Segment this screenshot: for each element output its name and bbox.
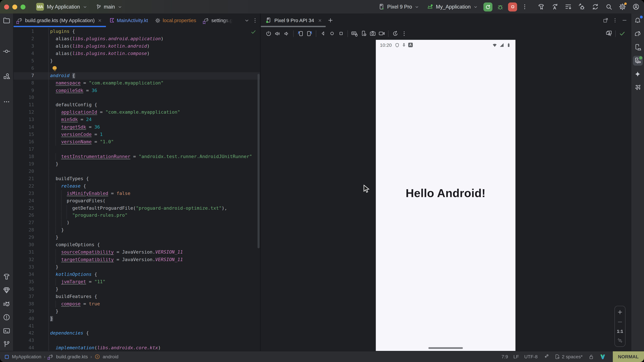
running-devices-button[interactable] [633,56,643,65]
problems-tool-window-button[interactable] [2,312,12,322]
code-line[interactable]: 17 [14,146,260,153]
code-line[interactable]: 44 implementation(libs.androidx.core.ktx… [14,345,260,351]
emulator-volume-up-button[interactable] [273,29,282,38]
gemini-sparkle-icon[interactable] [633,69,643,79]
zoom-out-icon[interactable] [617,319,623,325]
debug-app-button[interactable] [495,2,505,12]
gradle-tool-window-button[interactable] [633,29,643,39]
editor-scrollbar[interactable] [258,74,260,248]
code-line[interactable]: 21 buildTypes { [14,175,260,183]
tab-settings-gradle[interactable]: settings.g [200,13,233,27]
code-line[interactable]: 20 [14,168,260,175]
tab-build-gradle[interactable]: build.gradle.kts (My Application) [14,13,106,27]
intention-bulb-icon[interactable] [52,66,56,70]
code-line[interactable]: 24 proguardFiles( [14,197,260,205]
emulator-screen-record-button[interactable] [377,29,386,38]
emulator-device-tab[interactable]: Pixel 9 Pro API 34 [261,13,326,27]
zoom-actual-size-button[interactable]: 1:1 [617,329,623,334]
code-line[interactable]: 34 kotlinOptions { [14,271,260,278]
code-line[interactable]: 6 [14,65,260,72]
code-line[interactable]: 8 namespace = "com.example.myapplication… [14,79,260,87]
zoom-fit-icon[interactable] [617,337,623,344]
emulator-home-button[interactable] [327,29,336,38]
breadcrumb-block[interactable]: android [103,354,118,359]
code-line[interactable]: 39 } [14,308,260,315]
encoding-widget[interactable]: UTF-8 [524,354,538,359]
code-line[interactable]: 28 } [14,227,260,234]
emulator-volume-down-button[interactable] [282,29,291,38]
apply-changes-button[interactable] [550,2,560,12]
more-tool-windows-button[interactable] [2,97,12,107]
code-line[interactable]: 9 compileSdk = 36 [14,87,260,94]
code-line[interactable]: 7android { [14,72,260,79]
code-line[interactable]: 12 applicationId = "com.example.myapplic… [14,109,260,116]
minimize-window-button[interactable] [12,4,17,9]
code-line[interactable]: 27 ) [14,219,260,227]
gesture-navigation-pill[interactable] [428,347,463,349]
ideavim-icon[interactable] [600,354,606,360]
code-editor[interactable]: 1plugins {2 alias(libs.plugins.android.a… [14,27,260,351]
code-line[interactable]: 40} [14,315,260,323]
settings-gear-icon[interactable] [617,2,627,12]
project-tool-window-button[interactable] [2,15,12,25]
stop-app-button[interactable] [508,2,517,11]
zoom-in-icon[interactable] [617,309,623,315]
terminal-tool-window-button[interactable] [2,326,12,336]
code-line[interactable]: 11 defaultConfig { [14,102,260,109]
project-selector[interactable]: My Application [47,4,88,9]
indent-widget[interactable]: 2 spaces* [554,354,582,360]
logcat-tool-window-button[interactable] [2,299,12,309]
code-line[interactable]: 25 getDefaultProguardFile("proguard-andr… [14,205,260,212]
code-line[interactable]: 43 [14,337,260,345]
ai-assist-off-icon[interactable] [543,354,549,360]
code-line[interactable]: 13 minSdk = 24 [14,116,260,124]
version-control-tool-window-button[interactable] [2,339,12,349]
open-in-new-window-icon[interactable] [602,17,609,23]
code-line[interactable]: 29 } [14,234,260,242]
code-line[interactable]: 22 release { [14,183,260,190]
code-line[interactable]: 33 } [14,264,260,271]
code-line[interactable]: 2 alias(libs.plugins.android.application… [14,35,260,42]
notifications-bell-icon[interactable] [633,15,643,25]
code-line[interactable]: 32 targetCompatibility = JavaVersion.VER… [14,256,260,264]
code-line[interactable]: 31 sourceCompatibility = JavaVersion.VER… [14,249,260,256]
emulator-snapshots-button[interactable] [390,29,400,38]
fullscreen-window-button[interactable] [20,4,25,9]
close-emulator-tab-icon[interactable] [317,18,322,23]
emulator-rotate-right-button[interactable] [305,29,314,38]
code-line[interactable]: 26 "proguard-rules.pro" [14,212,260,219]
device-screen[interactable]: 10:20 A [376,40,516,351]
inspections-ok-icon[interactable] [250,29,256,35]
breadcrumb-file[interactable]: build.gradle.kts [56,354,88,359]
line-ending-widget[interactable]: LF [513,354,519,359]
code-line[interactable]: 16 versionName = "1.0" [14,138,260,146]
gradle-sync-button[interactable] [590,2,600,12]
profiler-button[interactable] [563,2,573,12]
app-quality-insights-button[interactable] [2,285,12,295]
code-line[interactable]: 10 [14,94,260,102]
panel-options-kebab-icon[interactable] [612,17,618,23]
emulator-screenshot-button[interactable] [368,29,377,38]
breadcrumb-module[interactable]: MyApplication [12,354,41,359]
emulator-overview-button[interactable] [336,29,346,38]
search-everywhere-icon[interactable] [604,2,614,12]
attach-debugger-button[interactable] [576,2,586,12]
tab-local-properties[interactable]: local.properties [152,13,200,27]
code-line[interactable]: 23 isMinifyEnabled = false [14,190,260,197]
emulator-more-options-kebab-icon[interactable] [400,29,409,38]
code-line[interactable]: 14 targetSdk = 36 [14,124,260,131]
code-line[interactable]: 42dependencies { [14,330,260,337]
rerun-app-button[interactable] [483,2,492,11]
code-line[interactable]: 3 alias(libs.plugins.kotlin.android) [14,42,260,50]
caret-position-widget[interactable]: 7:9 [502,354,508,359]
emulator-input-controls-button[interactable] [350,29,359,38]
vim-mode-badge[interactable]: NORMAL [613,351,644,362]
emulator-power-button[interactable] [264,29,273,38]
emulator-device-settings-button[interactable] [359,29,368,38]
close-window-button[interactable] [4,4,9,9]
code-line[interactable]: 4 alias(libs.plugins.kotlin.compose) [14,50,260,57]
code-line[interactable]: 30 compileOptions { [14,241,260,249]
run-configuration-selector[interactable]: My_Application [426,3,478,10]
emulator-back-button[interactable] [318,29,327,38]
device-selector[interactable]: Pixel 9 Pro [378,3,420,10]
